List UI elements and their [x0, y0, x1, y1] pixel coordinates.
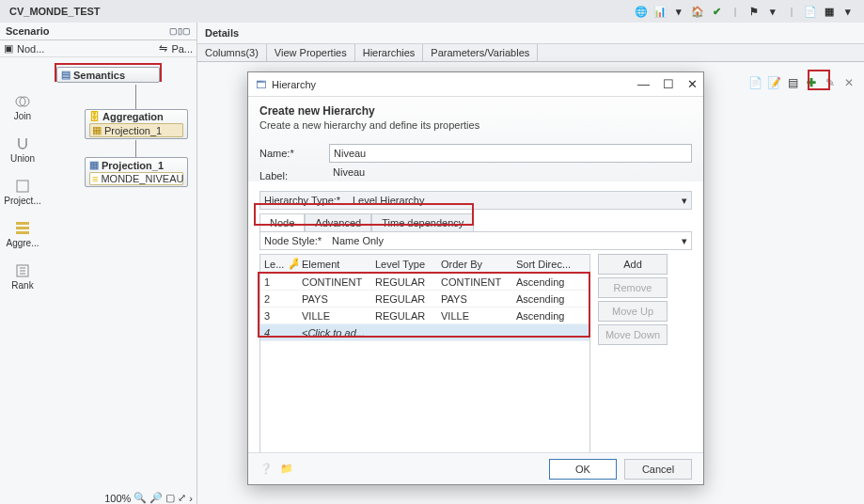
node-label: Projection_1 — [102, 160, 164, 171]
level-buttons: Add Remove Move Up Move Down — [598, 254, 668, 452]
node-style-value: Name Only — [332, 235, 384, 246]
node-style-label: Node Style:* — [260, 235, 328, 246]
table-icon: ▦ — [92, 124, 102, 136]
bars-icon: ≡ — [92, 173, 98, 184]
ok-button[interactable]: OK — [549, 459, 617, 480]
expand-icon[interactable]: ⤢ — [178, 492, 186, 504]
node-label: Semantics — [73, 70, 125, 81]
table-row[interactable]: 3 VILLE REGULAR VILLE Ascending — [260, 307, 589, 324]
folder-icon[interactable]: 📁 — [280, 463, 293, 475]
sep: | — [729, 5, 742, 18]
home-icon[interactable]: 🏠 — [691, 5, 704, 18]
close-button[interactable]: ✕ — [687, 77, 698, 91]
chart-icon[interactable]: 📊 — [653, 5, 667, 18]
scenario-panel: Scenario ▢▯▢ ▣ Nod... ⇋ Pa... Join Union… — [0, 23, 197, 504]
dialog-title: Hierarchy — [272, 79, 316, 90]
hierarchy-type-label: Hierarchy Type:* — [260, 195, 349, 206]
move-up-button[interactable]: Move Up — [598, 301, 668, 322]
subtab-node[interactable]: Node — [259, 213, 305, 231]
subtab-advanced[interactable]: Advanced — [305, 213, 371, 231]
projection-child[interactable]: ≡MONDE_NIVEAU — [89, 172, 183, 185]
tab-view-properties[interactable]: View Properties — [267, 44, 355, 61]
node-label: Aggregation — [102, 111, 164, 122]
zoom-out-icon[interactable]: 🔍 — [134, 492, 147, 504]
tb-list-icon[interactable]: ▤ — [785, 75, 800, 90]
node-semantics[interactable]: ▤Semantics — [56, 67, 160, 83]
details-tabs: Columns(3) View Properties Hierarchies P… — [197, 44, 864, 62]
window-title-bar: CV_MONDE_TEST 🌐 📊 ▾ 🏠 ✔ | ⚑ ▾ | 📄 ▦ ▾ — [0, 0, 864, 23]
cancel-button[interactable]: Cancel — [624, 459, 692, 480]
col-le: Le... — [260, 259, 285, 270]
label-value: Niveau — [329, 166, 692, 185]
db-icon: 🗄 — [89, 111, 100, 122]
palette-tab[interactable]: Pa... — [171, 43, 193, 55]
hierarchy-dialog: 🗔 Hierarchy — ☐ ✕ Create new Hierarchy C… — [247, 71, 704, 485]
check-icon[interactable]: ✔ — [710, 5, 723, 18]
scenario-header: Scenario ▢▯▢ — [0, 23, 196, 40]
table-row-new[interactable]: 4 <Click to ad... — [260, 324, 589, 341]
dropdown-icon-3[interactable]: ▾ — [841, 5, 855, 18]
hierarchies-toolbar: 📄 📝 ▤ ✚ ✎ ✕ — [747, 75, 856, 90]
dialog-subtitle: Create a new hierarchy and define its pr… — [259, 119, 692, 131]
node-projection[interactable]: ▦Projection_1 ≡MONDE_NIVEAU — [85, 157, 188, 187]
tb-note-icon[interactable]: 📝 — [766, 75, 781, 90]
col-element: Element — [298, 259, 371, 270]
aggregation-child[interactable]: ▦Projection_1 — [89, 123, 183, 137]
node-style-row[interactable]: Node Style:* Name Only ▾ — [259, 231, 692, 250]
tab-columns[interactable]: Columns(3) — [197, 44, 267, 61]
globe-icon[interactable]: 🌐 — [635, 5, 648, 18]
hierarchy-type-row[interactable]: Hierarchy Type:* Level Hierarchy ▾ — [259, 191, 692, 210]
table-row[interactable]: 1 CONTINENT REGULAR CONTINENT Ascending — [260, 274, 589, 291]
node-aggregation[interactable]: 🗄Aggregation ▦Projection_1 — [85, 109, 188, 139]
dialog-heading: Create new Hierarchy — [259, 104, 692, 118]
tab-hierarchies[interactable]: Hierarchies — [355, 44, 424, 61]
node-style-select[interactable]: Name Only ▾ — [328, 232, 691, 249]
tb-edit-icon[interactable]: ✎ — [823, 75, 838, 90]
remove-level-button[interactable]: Remove — [598, 277, 668, 298]
table-row[interactable]: 2 PAYS REGULAR PAYS Ascending — [260, 291, 589, 307]
hierarchy-type-select[interactable]: Level Hierarchy ▾ — [349, 192, 691, 209]
table-header: Le... 🔑 Element Level Type Order By Sort… — [260, 255, 589, 274]
hierarchy-type-value: Level Hierarchy — [353, 195, 424, 206]
name-input[interactable] — [329, 144, 692, 163]
node-child-label: MONDE_NIVEAU — [101, 173, 183, 184]
semantics-icon: ▤ — [61, 69, 71, 81]
dropdown-icon-2[interactable]: ▾ — [766, 5, 779, 18]
dropdown-icon[interactable]: ▾ — [672, 5, 685, 18]
tb-doc-icon[interactable]: 📄 — [747, 75, 762, 90]
expand-icon[interactable]: ▣ — [4, 42, 13, 55]
move-down-button[interactable]: Move Down — [598, 324, 668, 345]
add-level-button[interactable]: Add — [598, 254, 668, 275]
dialog-icon: 🗔 — [256, 79, 266, 90]
scenario-canvas[interactable]: ▤Semantics 🗄Aggregation ▦Projection_1 ▦P… — [0, 57, 196, 471]
col-key-icon: 🔑 — [285, 258, 298, 270]
grid-icon[interactable]: ▦ — [823, 5, 836, 18]
tab-parameters[interactable]: Parameters/Variables — [423, 44, 538, 61]
fit-icon[interactable]: ▢ — [165, 492, 175, 504]
col-level-type: Level Type — [371, 259, 437, 270]
dialog-footer: ❔ 📁 OK Cancel — [248, 452, 703, 484]
subtab-time-dependency[interactable]: Time dependency — [371, 213, 474, 231]
copy-icon[interactable]: 📄 — [804, 5, 817, 18]
help-icon[interactable]: ❔ — [259, 463, 273, 475]
more-icon[interactable]: › — [189, 493, 193, 504]
table-icon: ▦ — [89, 159, 99, 171]
minimize-button[interactable]: — — [637, 77, 650, 91]
dialog-titlebar[interactable]: 🗔 Hierarchy — ☐ ✕ — [248, 72, 703, 97]
sep2: | — [785, 5, 798, 18]
add-hierarchy-button[interactable]: ✚ — [804, 75, 819, 90]
title-toolbar: 🌐 📊 ▾ 🏠 ✔ | ⚑ ▾ | 📄 ▦ ▾ — [635, 5, 855, 18]
maximize-button[interactable]: ☐ — [663, 77, 674, 91]
zoom-controls[interactable]: 100% 🔍 🔎 ▢ ⤢ › — [104, 492, 193, 504]
col-sort-direction: Sort Direc... — [512, 259, 582, 270]
name-label: Name:* — [259, 148, 329, 159]
palette-tabs[interactable]: ▣ Nod... ⇋ Pa... — [0, 40, 196, 57]
levels-table[interactable]: Le... 🔑 Element Level Type Order By Sort… — [259, 254, 590, 452]
palette-swap-icon[interactable]: ⇋ — [159, 42, 167, 55]
node-palette-tab[interactable]: Nod... — [17, 43, 44, 55]
zoom-in-icon[interactable]: 🔎 — [149, 492, 163, 504]
flag-icon[interactable]: ⚑ — [747, 5, 761, 18]
tb-delete-icon[interactable]: ✕ — [841, 75, 856, 90]
scenario-hdr-icons[interactable]: ▢▯▢ — [169, 26, 191, 36]
zoom-value: 100% — [104, 493, 131, 504]
